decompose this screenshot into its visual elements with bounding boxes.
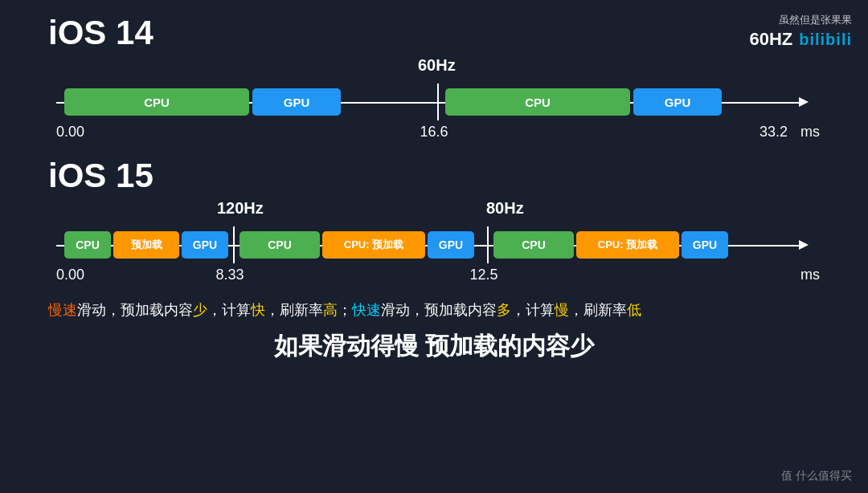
desc2: ，计算 <box>207 302 251 318</box>
ios15-time-0: 0.00 <box>56 267 84 283</box>
ios14-section: iOS 14 60Hz CPU GPU CPU GPU 0.00 16.6 33… <box>48 16 820 145</box>
channel-name: 虽然但是张果果 <box>779 13 852 27</box>
ios15-time-labels: 0.00 8.33 12.5 ms <box>56 267 788 287</box>
ios15-gpu2: GPU <box>428 231 474 259</box>
time-332: 33.2 <box>760 124 788 141</box>
many-text: 多 <box>497 302 511 318</box>
desc1: 滑动，预加载内容 <box>77 302 193 318</box>
ios15-gpu1: GPU <box>182 231 228 259</box>
few-text: 少 <box>193 302 207 318</box>
main-container: 虽然但是张果果 60HZ bilibili iOS 14 60Hz CPU GP… <box>0 0 868 493</box>
ios15-time-125: 12.5 <box>469 267 497 283</box>
ios14-timeline: CPU GPU CPU GPU <box>56 80 788 124</box>
ios14-title: iOS 14 <box>48 16 820 50</box>
fast-calc: 快 <box>251 302 265 318</box>
ios14-ms: ms <box>800 124 820 141</box>
ios14-time-labels: 0.00 16.6 33.2 ms <box>56 124 788 145</box>
ios15-hz-container: 120Hz 80Hz <box>56 199 820 223</box>
ios15-hz1: 120Hz <box>217 199 264 218</box>
ios14-cpu1-block: CPU <box>64 88 249 116</box>
ios15-cpu3: CPU <box>493 231 574 259</box>
ios15-preload2: CPU: 预加载 <box>322 231 425 259</box>
description-text: 慢速滑动，预加载内容少，计算快，刷新率高；快速滑动，预加载内容多，计算慢，刷新率… <box>48 299 820 322</box>
desc7: ，刷新率 <box>569 302 627 318</box>
ios14-gpu1-block: GPU <box>252 88 341 116</box>
ios15-preload3: CPU: 预加载 <box>576 231 679 259</box>
ios15-hz2: 80Hz <box>486 199 524 218</box>
ios15-divider1 <box>233 226 235 263</box>
high-text: 高 <box>323 302 338 318</box>
desc5: 滑动，预加载内容 <box>381 302 497 318</box>
watermark: 值 什么值得买 <box>781 469 852 483</box>
branding: 虽然但是张果果 60HZ bilibili <box>749 13 852 50</box>
ios15-section: iOS 15 120Hz 80Hz CPU 预加载 GPU CPU CPU: 预… <box>48 159 820 287</box>
ios14-cpu2-block: CPU <box>445 88 630 116</box>
ios14-divider <box>437 84 439 120</box>
ios15-divider2 <box>487 226 489 263</box>
fast-text: 快速 <box>352 302 381 318</box>
time-0: 0.00 <box>56 124 84 141</box>
slow-calc: 慢 <box>555 302 569 318</box>
ios15-ms: ms <box>800 267 820 283</box>
ios15-time-833: 8.33 <box>215 267 244 283</box>
bottom-title: 如果滑动得慢 预加载的内容少 <box>48 330 820 363</box>
desc6: ，计算 <box>511 302 555 318</box>
ios14-hz-label: 60Hz <box>418 56 456 75</box>
ios15-cpu2: CPU <box>240 231 320 259</box>
hz-label-container: 60Hz <box>56 56 820 80</box>
time-166: 16.6 <box>420 124 448 141</box>
bilibili-logo: bilibili <box>799 31 852 49</box>
hz-branding: 60HZ <box>749 29 792 50</box>
bili-text: bilibili <box>799 31 852 49</box>
desc4: ； <box>338 302 352 318</box>
ios15-cpu1: CPU <box>64 231 111 259</box>
ios15-timeline: CPU 预加载 GPU CPU CPU: 预加载 GPU CPU CPU: 预加… <box>56 223 788 267</box>
low-text: 低 <box>627 302 641 318</box>
ios15-preload1: 预加载 <box>113 231 179 259</box>
ios14-gpu2-block: GPU <box>633 88 722 116</box>
ios15-title: iOS 15 <box>48 159 820 193</box>
slow-text: 慢速 <box>48 302 77 318</box>
desc3: ，刷新率 <box>265 302 323 318</box>
ios15-gpu3: GPU <box>682 231 728 259</box>
